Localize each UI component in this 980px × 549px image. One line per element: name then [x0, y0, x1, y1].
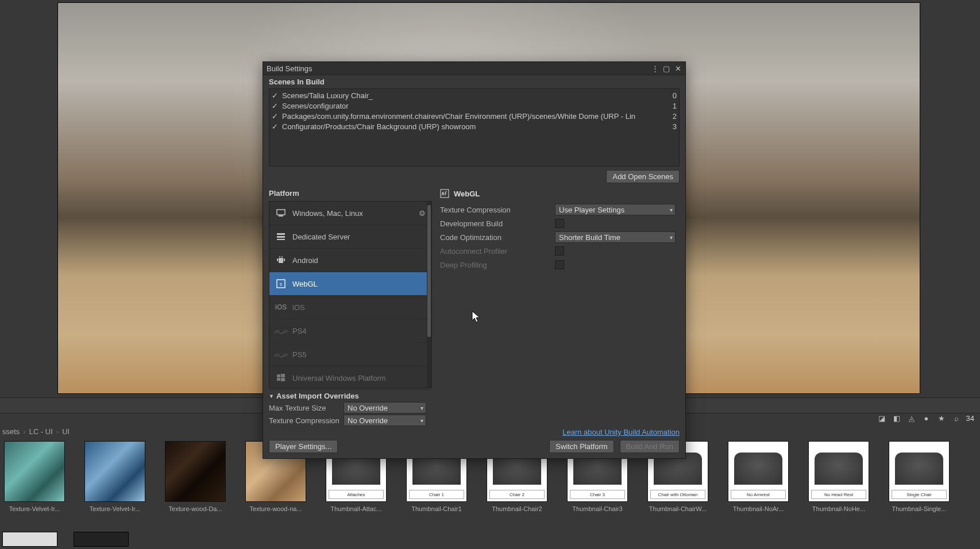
scene-index: 2: [673, 112, 677, 121]
search-icon[interactable]: ⌕: [951, 413, 962, 423]
platform-list[interactable]: Windows, Mac, Linux⚙Dedicated ServerAndr…: [269, 201, 432, 388]
asset-item[interactable]: Texture-Velvet-Ir...: [2, 441, 67, 530]
asset-thumb[interactable]: No Armrest: [728, 441, 789, 502]
asset-name: Texture-Velvet-Ir...: [90, 505, 141, 512]
platform-label: Android: [292, 256, 318, 265]
checkmark-icon[interactable]: ✓: [272, 102, 279, 110]
development-build-label: Development Build: [440, 219, 555, 228]
scene-row[interactable]: ✓Scenes/configurator1: [272, 100, 677, 111]
platform-item-webgl[interactable]: 5WebGL: [269, 272, 431, 296]
max-texture-size-dropdown[interactable]: No Override: [344, 402, 426, 413]
svg-rect-14: [277, 378, 280, 381]
player-settings-button[interactable]: Player Settings...: [269, 440, 338, 453]
visibility-icon[interactable]: ●: [921, 413, 932, 423]
svg-rect-5: [279, 258, 283, 263]
checkmark-icon[interactable]: ✓: [272, 122, 279, 131]
thumb-label: Attaches: [329, 490, 384, 499]
asset-thumb[interactable]: No Head Rest: [808, 441, 869, 502]
platform-label: PS4: [292, 327, 307, 335]
asset-import-overrides-foldout[interactable]: ▼ Asset Import Overrides: [263, 388, 685, 401]
scene-row[interactable]: ✓Scenes/Talia Luxury Chair_0: [272, 90, 677, 100]
asset-item[interactable]: No ArmrestThumbnail-NoAr...: [726, 441, 790, 530]
checkmark-icon[interactable]: ✓: [272, 91, 279, 100]
platform-label: Windows, Mac, Linux: [292, 209, 363, 218]
asset-name: Thumbnail-Chair2: [492, 505, 542, 512]
scene-row[interactable]: ✓Packages/com.unity.forma.environment.ch…: [272, 111, 677, 121]
scene-path: Packages/com.unity.forma.environment.cha…: [282, 112, 635, 121]
scrollbar[interactable]: [427, 202, 431, 388]
svg-rect-13: [281, 374, 285, 377]
hidden-icon[interactable]: ◪: [877, 413, 887, 423]
platform-label: Dedicated Server: [292, 233, 350, 241]
svg-rect-16: [441, 190, 449, 198]
asset-thumb[interactable]: [2, 532, 57, 547]
tag-icon[interactable]: ◬: [906, 413, 917, 423]
asset-item[interactable]: Texture-Velvet-Ir...: [83, 441, 147, 530]
menu-icon[interactable]: ⋮: [651, 64, 659, 73]
learn-link[interactable]: Learn about Unity Build Automation: [562, 428, 680, 436]
platform-icon: 5: [275, 278, 287, 289]
platform-item-universal-windows-platform[interactable]: Universal Windows Platform: [269, 366, 431, 390]
platform-icon: iOS: [275, 301, 287, 313]
chevron-right-icon: ›: [23, 427, 25, 436]
add-open-scenes-button[interactable]: Add Open Scenes: [606, 170, 680, 183]
switch-platform-button[interactable]: Switch Platform: [549, 440, 614, 453]
checkmark-icon[interactable]: ✓: [272, 112, 279, 121]
filter-icon[interactable]: ◧: [892, 413, 902, 423]
asset-name: Thumbnail-Chair1: [411, 505, 461, 512]
svg-point-7: [281, 256, 283, 257]
thumb-label: Chair 3: [570, 490, 625, 499]
project-browser-tools: ◪ ◧ ◬ ● ★ ⌕ 34: [877, 411, 974, 425]
platform-item-ps4[interactable]: ▱◡▱PS4: [269, 319, 431, 343]
platform-icon: [275, 207, 287, 219]
foldout-triangle-icon: ▼: [269, 393, 274, 399]
maximize-icon[interactable]: ▢: [662, 64, 670, 73]
asset-thumb[interactable]: [74, 532, 129, 547]
scene-index: 1: [673, 102, 677, 110]
platform-item-windows-mac-linux[interactable]: Windows, Mac, Linux⚙: [269, 202, 431, 225]
code-optimization-dropdown[interactable]: Shorter Build Time: [555, 231, 676, 243]
scene-index: 3: [673, 122, 677, 131]
thumb-label: Chair with Ottoman: [650, 490, 705, 499]
asset-thumb[interactable]: Single Chair: [889, 441, 950, 502]
asset-thumb[interactable]: [165, 441, 226, 502]
svg-rect-15: [281, 378, 285, 381]
asset-item[interactable]: No Head RestThumbnail-NoHe...: [807, 441, 871, 530]
gear-icon[interactable]: ⚙: [419, 209, 426, 218]
asset-thumb[interactable]: [4, 441, 65, 502]
close-icon[interactable]: ✕: [674, 64, 682, 73]
texture-compression-dropdown[interactable]: Use Player Settings: [555, 204, 676, 215]
scrollbar-thumb[interactable]: [427, 205, 431, 337]
platform-item-android[interactable]: Android: [269, 249, 431, 272]
breadcrumb-item[interactable]: LC - UI: [29, 427, 53, 436]
asset-thumb[interactable]: [84, 441, 145, 502]
platform-title: Platform: [269, 189, 432, 198]
cursor-icon: [471, 310, 483, 324]
scenes-in-build-title: Scenes In Build: [263, 75, 685, 88]
scene-index: 0: [673, 91, 677, 100]
platform-label: WebGL: [292, 280, 318, 288]
dialog-titlebar[interactable]: Build Settings ⋮ ▢ ✕: [263, 62, 685, 75]
platform-icon: [275, 231, 287, 242]
asset-name: Thumbnail-NoAr...: [733, 505, 784, 512]
platform-item-ios[interactable]: iOSiOS: [269, 296, 431, 319]
breadcrumb-item[interactable]: ssets: [2, 427, 20, 436]
platform-item-dedicated-server[interactable]: Dedicated Server: [269, 225, 431, 249]
development-build-checkbox[interactable]: [555, 219, 564, 228]
thumb-label: Chair 1: [409, 490, 464, 499]
asset-name: Thumbnail-Single...: [892, 505, 947, 512]
asset-item[interactable]: Texture-wood-Da...: [163, 441, 227, 530]
thumb-label: Chair 2: [489, 490, 545, 499]
svg-rect-12: [277, 374, 280, 377]
svg-rect-2: [277, 233, 285, 235]
platform-item-ps5[interactable]: ▱◡▱PS5: [269, 343, 431, 366]
scene-list[interactable]: ✓Scenes/Talia Luxury Chair_0✓Scenes/conf…: [269, 88, 680, 167]
deep-profiling-label: Deep Profiling: [440, 261, 555, 269]
scene-row[interactable]: ✓Configurator/Products/Chair Background …: [272, 121, 677, 132]
asset-name: Texture-Velvet-Ir...: [9, 505, 60, 512]
asset-item[interactable]: Single ChairThumbnail-Single...: [887, 441, 951, 530]
assets-grid-row2[interactable]: [2, 532, 129, 546]
breadcrumb-item[interactable]: UI: [62, 427, 70, 436]
favorite-icon[interactable]: ★: [936, 413, 947, 423]
texture-compression-override-dropdown[interactable]: No Override: [344, 415, 426, 426]
